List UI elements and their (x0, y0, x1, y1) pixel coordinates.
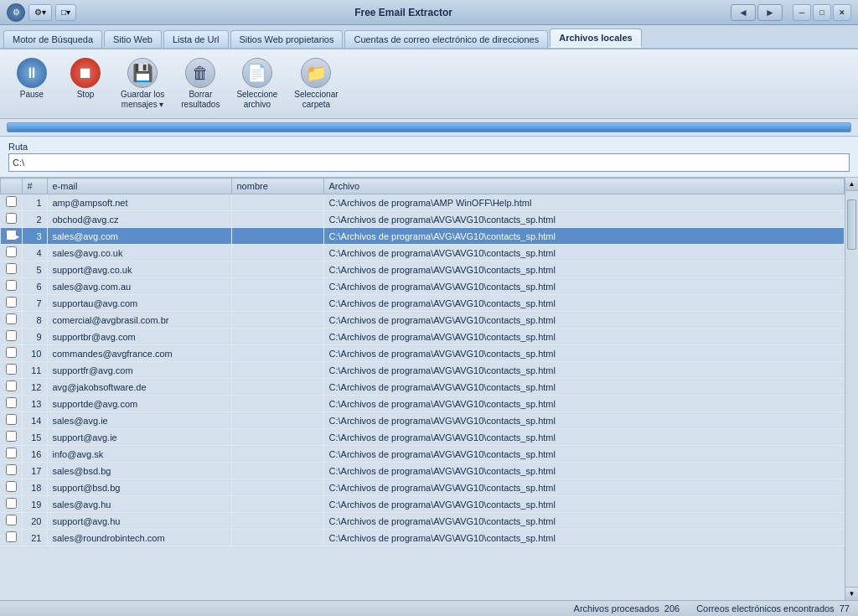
tab-sitios-prop[interactable]: Sitios Web propietarios (230, 30, 344, 48)
row-nombre (231, 463, 323, 479)
row-num: ►3 (22, 228, 47, 245)
row-archivo: C:\Archivos de programa\AVG\AVG10\contac… (323, 446, 845, 463)
tab-sitio[interactable]: Sitio Web (104, 30, 162, 48)
select-file-button[interactable]: 📄 Seleccionearchivo (230, 54, 284, 113)
route-label: Ruta (8, 142, 850, 152)
save-button[interactable]: 💾 Guardar losmensajes ▾ (114, 54, 171, 113)
row-nombre (231, 513, 323, 530)
row-num: 2 (22, 211, 47, 228)
file-icon: 📄 (242, 58, 272, 88)
row-num: 6 (22, 278, 47, 295)
table-row[interactable]: 19sales@avg.huC:\Archivos de programa\AV… (1, 496, 845, 513)
table-row[interactable]: 17sales@bsd.bgC:\Archivos de programa\AV… (1, 463, 845, 479)
row-nombre (231, 295, 323, 312)
toolbar-btn-1[interactable]: ⚙▾ (28, 4, 52, 21)
row-checkbox (1, 329, 23, 345)
scroll-down-btn[interactable]: ▼ (845, 587, 858, 600)
table-row[interactable]: 16info@avg.skC:\Archivos de programa\AVG… (1, 446, 845, 463)
app-icon: ⚙ (7, 3, 25, 22)
table-row[interactable]: 9supportbr@avg.comC:\Archivos de program… (1, 329, 845, 345)
table-row[interactable]: 8comercial@avgbrasil.com.brC:\Archivos d… (1, 312, 845, 329)
minimize-button[interactable]: ─ (793, 4, 811, 21)
row-archivo: C:\Archivos de programa\AVG\AVG10\contac… (323, 530, 845, 546)
select-file-label: Seleccionearchivo (236, 90, 277, 110)
table-row[interactable]: 10commandes@avgfrance.comC:\Archivos de … (1, 345, 845, 362)
row-nombre (231, 396, 323, 412)
nav-back-btn[interactable]: ◄ (731, 4, 756, 21)
folder-icon: 📁 (301, 58, 331, 88)
row-nombre (231, 228, 323, 245)
emails-found-label: Correos electrónicos encontrados 77 (696, 603, 850, 613)
row-checkbox (1, 194, 23, 211)
delete-button[interactable]: 🗑 Borrarresultados (174, 54, 226, 113)
row-email: sales@avg.co.uk (47, 245, 231, 261)
table-row[interactable]: ►3sales@avg.comC:\Archivos de programa\A… (1, 228, 845, 245)
table-row[interactable]: 2obchod@avg.czC:\Archivos de programa\AV… (1, 211, 845, 228)
table-row[interactable]: 15support@avg.ieC:\Archivos de programa\… (1, 429, 845, 446)
row-num: 16 (22, 446, 47, 463)
row-checkbox (1, 362, 23, 379)
row-num: 15 (22, 429, 47, 446)
table-row[interactable]: 7supportau@avg.comC:\Archivos de program… (1, 295, 845, 312)
window-controls: ◄ ► ─ □ ✕ (731, 4, 851, 21)
stop-label: Stop (77, 90, 95, 100)
tab-cuentas[interactable]: Cuentas de correo electrónico de direcci… (344, 30, 548, 48)
delete-label: Borrarresultados (181, 90, 220, 110)
select-folder-button[interactable]: 📁 Seleccionarcarpeta (287, 54, 344, 113)
table-row[interactable]: 1amp@ampsoft.netC:\Archivos de programa\… (1, 194, 845, 211)
email-table: # e-mail nombre Archivo 1amp@ampsoft.net… (0, 178, 845, 546)
close-button[interactable]: ✕ (833, 4, 851, 21)
table-row[interactable]: 4sales@avg.co.ukC:\Archivos de programa\… (1, 245, 845, 261)
table-row[interactable]: 5support@avg.co.ukC:\Archivos de program… (1, 261, 845, 278)
row-archivo: C:\Archivos de programa\AVG\AVG10\contac… (323, 211, 845, 228)
row-num: 21 (22, 530, 47, 546)
main-content: Motor de Búsqueda Sitio Web Lista de Url… (0, 25, 858, 616)
progress-area (0, 119, 858, 137)
tab-bar: Motor de Búsqueda Sitio Web Lista de Url… (0, 25, 858, 49)
progress-bar (7, 122, 851, 132)
scroll-up-btn[interactable]: ▲ (845, 178, 858, 191)
row-checkbox (1, 261, 23, 278)
row-num: 4 (22, 245, 47, 261)
maximize-button[interactable]: □ (813, 4, 831, 21)
row-email: supportbr@avg.com (47, 329, 231, 345)
toolbar-btn-2[interactable]: □▾ (55, 4, 76, 21)
row-email: sales@roundrobintech.com (47, 530, 231, 546)
route-input[interactable] (8, 153, 850, 172)
row-nombre (231, 412, 323, 429)
tab-lista[interactable]: Lista de Url (163, 30, 229, 48)
row-email: info@avg.sk (47, 446, 231, 463)
tab-archivos[interactable]: Archivos locales (550, 28, 641, 48)
table-row[interactable]: 18support@bsd.bgC:\Archivos de programa\… (1, 479, 845, 496)
stop-button[interactable]: ⏹ Stop (60, 54, 111, 103)
row-num: 8 (22, 312, 47, 329)
tab-motor[interactable]: Motor de Búsqueda (3, 30, 102, 48)
row-nombre (231, 261, 323, 278)
row-nombre (231, 245, 323, 261)
row-nombre (231, 278, 323, 295)
row-archivo: C:\Archivos de programa\AVG\AVG10\contac… (323, 396, 845, 412)
scrollbar-y[interactable]: ▲ ▼ (845, 178, 858, 600)
pause-button[interactable]: ⏸ Pause (7, 54, 57, 103)
table-row[interactable]: 12avg@jakobsoftware.deC:\Archivos de pro… (1, 379, 845, 396)
row-nombre (231, 479, 323, 496)
row-archivo: C:\Archivos de programa\AVG\AVG10\contac… (323, 345, 845, 362)
table-row[interactable]: 6sales@avg.com.auC:\Archivos de programa… (1, 278, 845, 295)
row-checkbox (1, 463, 23, 479)
row-num: 1 (22, 194, 47, 211)
row-archivo: C:\Archivos de programa\AVG\AVG10\contac… (323, 362, 845, 379)
table-row[interactable]: 13supportde@avg.comC:\Archivos de progra… (1, 396, 845, 412)
row-email: sales@avg.hu (47, 496, 231, 513)
table-row[interactable]: 21sales@roundrobintech.comC:\Archivos de… (1, 530, 845, 546)
row-checkbox (1, 211, 23, 228)
row-checkbox (1, 412, 23, 429)
table-row[interactable]: 14sales@avg.ieC:\Archivos de programa\AV… (1, 412, 845, 429)
nav-fwd-btn[interactable]: ► (757, 4, 783, 21)
table-row[interactable]: 11supportfr@avg.comC:\Archivos de progra… (1, 362, 845, 379)
row-archivo: C:\Archivos de programa\AVG\AVG10\contac… (323, 261, 845, 278)
row-num: 10 (22, 345, 47, 362)
row-archivo: C:\Archivos de programa\AVG\AVG10\contac… (323, 513, 845, 530)
scroll-thumb[interactable] (847, 199, 856, 250)
table-row[interactable]: 20support@avg.huC:\Archivos de programa\… (1, 513, 845, 530)
row-num: 9 (22, 329, 47, 345)
